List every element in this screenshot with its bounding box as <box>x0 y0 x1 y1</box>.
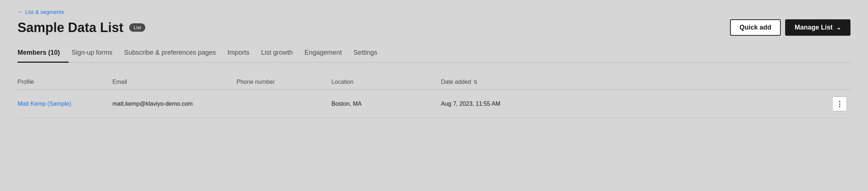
header-actions: Quick add Manage List ⌄ <box>730 19 850 36</box>
back-arrow-icon: ← <box>18 9 23 15</box>
manage-list-button[interactable]: Manage List ⌄ <box>785 19 850 36</box>
col-header-profile: Profile <box>18 79 112 85</box>
tab-imports[interactable]: Imports <box>227 44 258 63</box>
back-link-label: List & segments <box>25 9 64 15</box>
table-header: Profile Email Phone number Location Date… <box>18 74 850 90</box>
tab-settings[interactable]: Settings <box>353 44 386 63</box>
page-title: Sample Data List <box>18 20 123 35</box>
tab-engagement[interactable]: Engagement <box>304 44 350 63</box>
table-row: Matt Kemp (Sample) matt.kemp@klaviyo-dem… <box>18 90 850 118</box>
header-row: Sample Data List List Quick add Manage L… <box>18 19 850 36</box>
manage-list-label: Manage List <box>795 24 833 31</box>
cell-profile[interactable]: Matt Kemp (Sample) <box>18 101 112 107</box>
tab-members[interactable]: Members (10) <box>18 44 69 63</box>
chevron-down-icon: ⌄ <box>836 24 841 31</box>
cell-email: matt.kemp@klaviyo-demo.com <box>112 101 237 107</box>
col-header-phone: Phone number <box>237 79 331 85</box>
table-area: Profile Email Phone number Location Date… <box>18 63 850 118</box>
more-options-button[interactable]: ⋮ <box>832 97 847 111</box>
page-container: ← List & segments Sample Data List List … <box>0 0 868 191</box>
back-link[interactable]: ← List & segments <box>18 9 64 15</box>
tab-list-growth[interactable]: List growth <box>261 44 302 63</box>
cell-date-added: Aug 7, 2023, 11:55 AM <box>441 101 829 107</box>
cell-location: Boston, MA <box>331 101 441 107</box>
cell-actions: ⋮ <box>829 97 850 111</box>
tabs-row: Members (10) Sign-up forms Subscribe & p… <box>18 44 850 63</box>
list-badge: List <box>129 23 145 32</box>
sort-icon: ⇅ <box>473 79 478 85</box>
col-header-date-added[interactable]: Date added ⇅ <box>441 79 829 85</box>
header-left: Sample Data List List <box>18 20 145 35</box>
col-header-actions <box>829 79 850 85</box>
tab-subscribe-prefs[interactable]: Subscribe & preferences pages <box>124 44 224 63</box>
quick-add-button[interactable]: Quick add <box>730 19 781 36</box>
tab-signup-forms[interactable]: Sign-up forms <box>72 44 121 63</box>
col-header-email: Email <box>112 79 237 85</box>
col-header-location: Location <box>331 79 441 85</box>
